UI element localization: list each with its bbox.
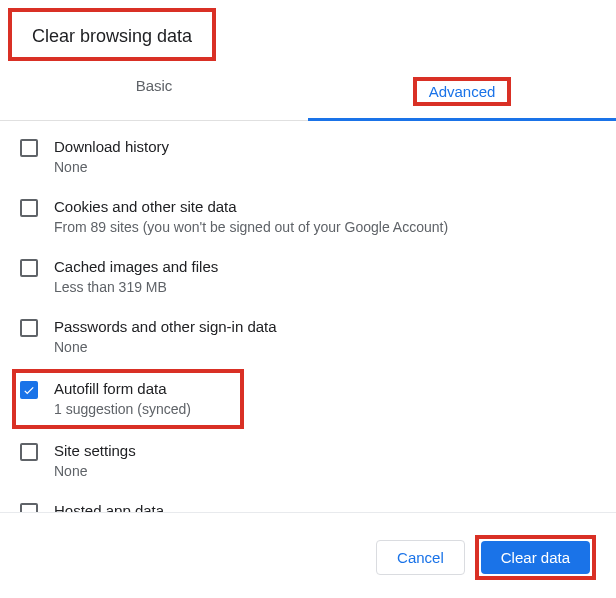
option-title: Hosted app data (54, 501, 164, 513)
option-text: Passwords and other sign-in data None (54, 317, 277, 357)
option-title: Site settings (54, 441, 136, 461)
clear-browsing-data-dialog: Clear browsing data Basic Advanced Downl… (0, 0, 616, 598)
option-download-history[interactable]: Download history None (12, 127, 604, 187)
option-subtitle: Less than 319 MB (54, 277, 218, 297)
option-text: Cookies and other site data From 89 site… (54, 197, 448, 237)
option-cached[interactable]: Cached images and files Less than 319 MB (12, 247, 604, 307)
option-title: Autofill form data (54, 379, 191, 399)
option-subtitle: None (54, 337, 277, 357)
option-title: Cookies and other site data (54, 197, 448, 217)
option-text: Autofill form data 1 suggestion (synced) (54, 379, 191, 419)
option-text: Hosted app data (54, 501, 164, 513)
checkbox-download-history[interactable] (20, 139, 38, 157)
option-subtitle: None (54, 157, 169, 177)
tab-basic[interactable]: Basic (0, 65, 308, 120)
option-text: Cached images and files Less than 319 MB (54, 257, 218, 297)
checkbox-cookies[interactable] (20, 199, 38, 217)
tab-advanced-label: Advanced (413, 77, 512, 106)
clear-data-highlight: Clear data (475, 535, 596, 580)
dialog-title: Clear browsing data (8, 8, 216, 61)
cancel-button[interactable]: Cancel (376, 540, 465, 575)
option-cookies[interactable]: Cookies and other site data From 89 site… (12, 187, 604, 247)
checkbox-cached[interactable] (20, 259, 38, 277)
checkbox-autofill[interactable] (20, 381, 38, 399)
option-subtitle: None (54, 461, 136, 481)
option-text: Download history None (54, 137, 169, 177)
check-icon (22, 383, 36, 397)
option-autofill[interactable]: Autofill form data 1 suggestion (synced) (12, 369, 244, 429)
checkbox-hosted-app[interactable] (20, 503, 38, 513)
option-passwords[interactable]: Passwords and other sign-in data None (12, 307, 604, 367)
option-text: Site settings None (54, 441, 136, 481)
checkbox-passwords[interactable] (20, 319, 38, 337)
tab-bar: Basic Advanced (0, 65, 616, 121)
tab-advanced[interactable]: Advanced (308, 65, 616, 120)
option-hosted-app[interactable]: Hosted app data (12, 491, 604, 513)
option-site-settings[interactable]: Site settings None (12, 431, 604, 491)
option-title: Download history (54, 137, 169, 157)
options-list: Download history None Cookies and other … (0, 121, 616, 513)
option-subtitle: From 89 sites (you won't be signed out o… (54, 217, 448, 237)
option-subtitle: 1 suggestion (synced) (54, 399, 191, 419)
dialog-footer: Cancel Clear data (0, 513, 616, 598)
checkbox-site-settings[interactable] (20, 443, 38, 461)
tab-basic-label: Basic (136, 77, 173, 94)
clear-data-button[interactable]: Clear data (481, 541, 590, 574)
option-title: Passwords and other sign-in data (54, 317, 277, 337)
option-title: Cached images and files (54, 257, 218, 277)
